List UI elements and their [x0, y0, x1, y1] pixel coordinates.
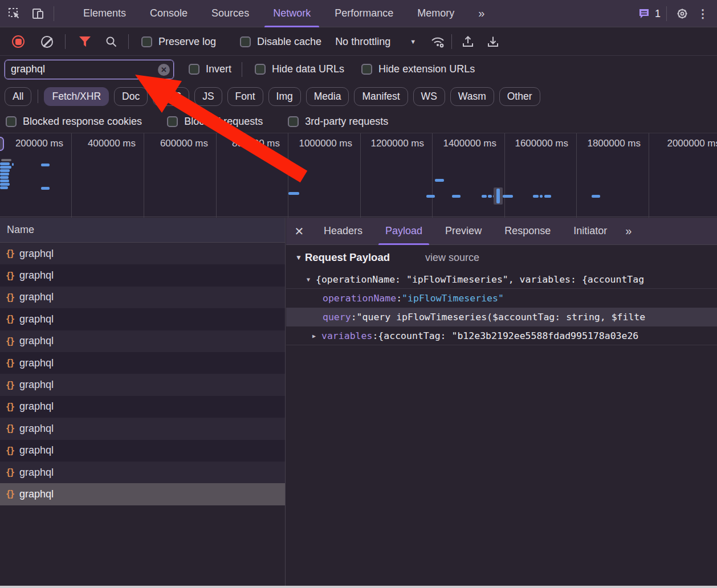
- checkbox-box[interactable]: [240, 36, 251, 47]
- table-row[interactable]: {}graphql: [0, 243, 285, 264]
- chip-font[interactable]: Font: [227, 87, 263, 106]
- payload-row-variables[interactable]: ▶ variables: {accountTag: "b12e3b2192ee5…: [286, 326, 717, 345]
- device-toolbar-icon[interactable]: [28, 4, 48, 23]
- waterfall-bar[interactable]: [435, 179, 444, 182]
- tab-response[interactable]: Response: [493, 218, 562, 245]
- waterfall-bar[interactable]: [496, 189, 500, 203]
- payload-row-operation-name[interactable]: operationName: "ipFlowTimeseries": [286, 289, 717, 308]
- tab-payload[interactable]: Payload: [374, 218, 434, 245]
- waterfall-bar[interactable]: [488, 195, 492, 198]
- table-row[interactable]: {}graphql: [0, 396, 285, 418]
- invert-checkbox[interactable]: Invert: [189, 63, 231, 75]
- tab-elements[interactable]: Elements: [71, 0, 138, 27]
- blocked-requests-checkbox[interactable]: Blocked requests: [167, 116, 263, 128]
- waterfall-bar[interactable]: [592, 195, 600, 198]
- tab-memory[interactable]: Memory: [405, 0, 466, 27]
- chip-img[interactable]: Img: [268, 87, 301, 106]
- waterfall-bar[interactable]: [426, 195, 435, 198]
- name-column-header[interactable]: Name: [0, 218, 285, 243]
- chip-css[interactable]: CSS: [153, 87, 189, 106]
- chip-ws[interactable]: WS: [413, 87, 445, 106]
- search-icon[interactable]: [102, 32, 120, 51]
- checkbox-box[interactable]: [189, 64, 199, 75]
- checkbox-box[interactable]: [288, 116, 299, 127]
- hide-extension-urls-checkbox[interactable]: Hide extension URLs: [361, 63, 475, 75]
- clear-filter-icon[interactable]: ✕: [158, 64, 170, 76]
- payload-row-query[interactable]: query: "query ipFlowTimeseries($accountT…: [286, 308, 717, 326]
- tab-network[interactable]: Network: [261, 0, 323, 27]
- waterfall-bar[interactable]: [0, 179, 9, 182]
- table-row[interactable]: {}graphql: [0, 308, 285, 330]
- third-party-requests-checkbox[interactable]: 3rd-party requests: [288, 116, 388, 128]
- tab-preview[interactable]: Preview: [434, 218, 493, 245]
- waterfall-bar[interactable]: [41, 187, 50, 190]
- expand-triangle-icon[interactable]: ▶: [312, 333, 321, 339]
- more-detail-tabs-chevron-icon[interactable]: »: [618, 224, 637, 238]
- close-details-icon[interactable]: ✕: [286, 224, 312, 238]
- waterfall-bar[interactable]: [533, 195, 539, 198]
- kebab-menu-icon[interactable]: ⋮: [693, 4, 712, 23]
- waterfall-bar[interactable]: [0, 166, 11, 169]
- waterfall-bar[interactable]: [0, 176, 9, 179]
- chip-wasm[interactable]: Wasm: [450, 87, 494, 106]
- payload-summary-row[interactable]: ▼ {operationName: "ipFlowTimeseries", va…: [286, 270, 717, 289]
- settings-gear-icon[interactable]: [673, 4, 692, 23]
- tab-initiator[interactable]: Initiator: [562, 218, 618, 245]
- checkbox-box[interactable]: [6, 116, 17, 127]
- waterfall-bar[interactable]: [12, 163, 14, 166]
- checkbox-box[interactable]: [141, 36, 152, 47]
- filter-funnel-icon[interactable]: [76, 32, 94, 51]
- tab-console[interactable]: Console: [138, 0, 199, 27]
- table-row[interactable]: {}graphql: [0, 440, 285, 462]
- waterfall-bar[interactable]: [1, 159, 11, 161]
- issues-message-icon[interactable]: [637, 4, 651, 23]
- inspect-element-icon[interactable]: [5, 4, 24, 23]
- collapse-triangle-icon[interactable]: ▼: [295, 254, 302, 262]
- hide-data-urls-checkbox[interactable]: Hide data URLs: [255, 63, 344, 75]
- waterfall-bar[interactable]: [540, 195, 543, 198]
- waterfall-bar[interactable]: [482, 195, 487, 198]
- table-row[interactable]: {}graphql: [0, 418, 285, 439]
- table-row[interactable]: {}graphql: [0, 374, 285, 395]
- waterfall-bar[interactable]: [503, 195, 513, 198]
- table-row-selected[interactable]: {}graphql: [0, 483, 285, 505]
- timeline-resize-handle[interactable]: [0, 137, 4, 151]
- waterfall-bar[interactable]: [0, 162, 10, 165]
- more-tabs-chevron-icon[interactable]: »: [466, 0, 495, 27]
- waterfall-bar[interactable]: [0, 186, 8, 189]
- chip-js[interactable]: JS: [194, 87, 222, 106]
- filter-input[interactable]: [5, 60, 174, 79]
- view-source-link[interactable]: view source: [425, 252, 479, 264]
- disable-cache-checkbox[interactable]: Disable cache: [240, 36, 321, 48]
- preserve-log-checkbox[interactable]: Preserve log: [141, 36, 216, 48]
- waterfall-bar[interactable]: [0, 183, 10, 186]
- waterfall-bar[interactable]: [452, 195, 461, 198]
- checkbox-box[interactable]: [167, 116, 178, 127]
- tab-sources[interactable]: Sources: [199, 0, 261, 27]
- waterfall-bar[interactable]: [544, 195, 551, 198]
- waterfall-bar[interactable]: [0, 169, 10, 172]
- chip-other[interactable]: Other: [499, 87, 540, 106]
- checkbox-box[interactable]: [255, 64, 266, 75]
- blocked-response-cookies-checkbox[interactable]: Blocked response cookies: [6, 116, 142, 128]
- table-row[interactable]: {}graphql: [0, 264, 285, 286]
- throttling-dropdown[interactable]: No throttling ▼: [335, 36, 416, 48]
- tab-headers[interactable]: Headers: [312, 218, 374, 245]
- table-row[interactable]: {}graphql: [0, 462, 285, 483]
- collapse-triangle-icon[interactable]: ▼: [307, 276, 316, 283]
- chip-doc[interactable]: Doc: [114, 87, 148, 106]
- clear-network-log-button[interactable]: [38, 32, 56, 51]
- waterfall-bar[interactable]: [0, 173, 9, 175]
- chip-all[interactable]: All: [5, 87, 31, 106]
- network-overview-timeline[interactable]: 200000 ms 400000 ms 600000 ms 800000 ms …: [0, 133, 717, 217]
- chip-fetch-xhr[interactable]: Fetch/XHR: [44, 87, 109, 106]
- table-row[interactable]: {}graphql: [0, 352, 285, 374]
- chip-manifest[interactable]: Manifest: [354, 87, 408, 106]
- import-har-icon[interactable]: [459, 32, 477, 51]
- table-row[interactable]: {}graphql: [0, 330, 285, 352]
- waterfall-bar[interactable]: [41, 164, 50, 166]
- network-conditions-icon[interactable]: [429, 32, 447, 51]
- table-row[interactable]: {}graphql: [0, 287, 285, 308]
- tab-performance[interactable]: Performance: [323, 0, 405, 27]
- waterfall-bar[interactable]: [288, 192, 299, 195]
